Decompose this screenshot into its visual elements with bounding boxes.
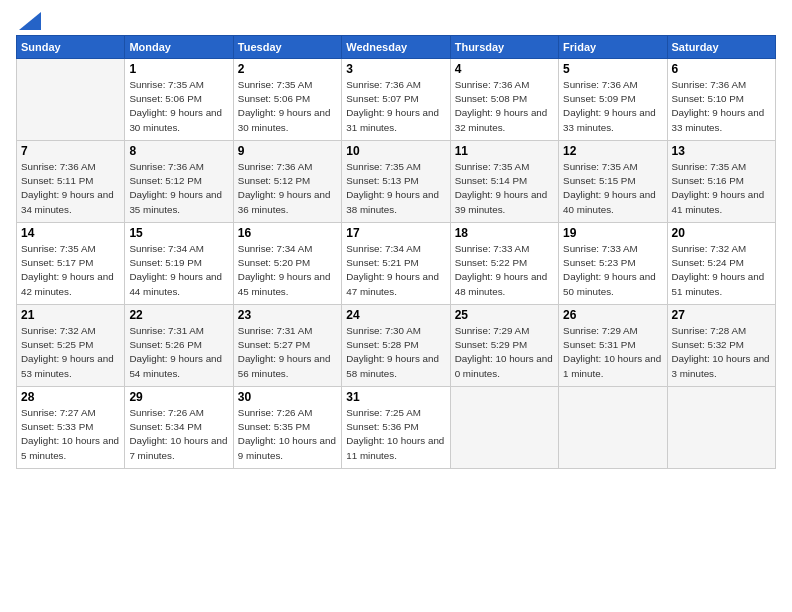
calendar-cell: 4Sunrise: 7:36 AMSunset: 5:08 PMDaylight…: [450, 59, 558, 141]
day-info: Sunrise: 7:36 AMSunset: 5:11 PMDaylight:…: [21, 160, 120, 217]
day-info: Sunrise: 7:26 AMSunset: 5:35 PMDaylight:…: [238, 406, 337, 463]
day-number: 13: [672, 144, 771, 158]
day-info: Sunrise: 7:35 AMSunset: 5:16 PMDaylight:…: [672, 160, 771, 217]
day-number: 18: [455, 226, 554, 240]
day-number: 12: [563, 144, 662, 158]
day-info: Sunrise: 7:25 AMSunset: 5:36 PMDaylight:…: [346, 406, 445, 463]
day-info: Sunrise: 7:35 AMSunset: 5:14 PMDaylight:…: [455, 160, 554, 217]
day-info: Sunrise: 7:35 AMSunset: 5:06 PMDaylight:…: [238, 78, 337, 135]
logo: [16, 12, 41, 27]
calendar-cell: 29Sunrise: 7:26 AMSunset: 5:34 PMDayligh…: [125, 387, 233, 469]
calendar-cell: 19Sunrise: 7:33 AMSunset: 5:23 PMDayligh…: [559, 223, 667, 305]
day-info: Sunrise: 7:35 AMSunset: 5:15 PMDaylight:…: [563, 160, 662, 217]
calendar-cell: 20Sunrise: 7:32 AMSunset: 5:24 PMDayligh…: [667, 223, 775, 305]
calendar-cell: 2Sunrise: 7:35 AMSunset: 5:06 PMDaylight…: [233, 59, 341, 141]
calendar-cell: 1Sunrise: 7:35 AMSunset: 5:06 PMDaylight…: [125, 59, 233, 141]
day-info: Sunrise: 7:36 AMSunset: 5:09 PMDaylight:…: [563, 78, 662, 135]
calendar-cell: 14Sunrise: 7:35 AMSunset: 5:17 PMDayligh…: [17, 223, 125, 305]
day-number: 21: [21, 308, 120, 322]
day-info: Sunrise: 7:36 AMSunset: 5:12 PMDaylight:…: [129, 160, 228, 217]
day-info: Sunrise: 7:36 AMSunset: 5:08 PMDaylight:…: [455, 78, 554, 135]
calendar-cell: [667, 387, 775, 469]
week-row: 1Sunrise: 7:35 AMSunset: 5:06 PMDaylight…: [17, 59, 776, 141]
calendar-cell: [559, 387, 667, 469]
day-number: 28: [21, 390, 120, 404]
calendar-cell: 15Sunrise: 7:34 AMSunset: 5:19 PMDayligh…: [125, 223, 233, 305]
day-number: 1: [129, 62, 228, 76]
day-number: 29: [129, 390, 228, 404]
day-number: 26: [563, 308, 662, 322]
calendar-cell: 16Sunrise: 7:34 AMSunset: 5:20 PMDayligh…: [233, 223, 341, 305]
day-number: 7: [21, 144, 120, 158]
day-info: Sunrise: 7:31 AMSunset: 5:26 PMDaylight:…: [129, 324, 228, 381]
day-number: 30: [238, 390, 337, 404]
day-number: 20: [672, 226, 771, 240]
calendar-cell: 24Sunrise: 7:30 AMSunset: 5:28 PMDayligh…: [342, 305, 450, 387]
calendar-cell: 13Sunrise: 7:35 AMSunset: 5:16 PMDayligh…: [667, 141, 775, 223]
calendar-cell: 26Sunrise: 7:29 AMSunset: 5:31 PMDayligh…: [559, 305, 667, 387]
day-number: 23: [238, 308, 337, 322]
day-number: 17: [346, 226, 445, 240]
calendar-cell: 22Sunrise: 7:31 AMSunset: 5:26 PMDayligh…: [125, 305, 233, 387]
day-number: 22: [129, 308, 228, 322]
week-row: 28Sunrise: 7:27 AMSunset: 5:33 PMDayligh…: [17, 387, 776, 469]
day-header-saturday: Saturday: [667, 36, 775, 59]
day-number: 10: [346, 144, 445, 158]
calendar-cell: 6Sunrise: 7:36 AMSunset: 5:10 PMDaylight…: [667, 59, 775, 141]
week-row: 21Sunrise: 7:32 AMSunset: 5:25 PMDayligh…: [17, 305, 776, 387]
day-info: Sunrise: 7:34 AMSunset: 5:19 PMDaylight:…: [129, 242, 228, 299]
calendar-cell: 21Sunrise: 7:32 AMSunset: 5:25 PMDayligh…: [17, 305, 125, 387]
day-info: Sunrise: 7:27 AMSunset: 5:33 PMDaylight:…: [21, 406, 120, 463]
day-info: Sunrise: 7:32 AMSunset: 5:25 PMDaylight:…: [21, 324, 120, 381]
day-number: 11: [455, 144, 554, 158]
calendar-cell: 17Sunrise: 7:34 AMSunset: 5:21 PMDayligh…: [342, 223, 450, 305]
calendar-cell: 30Sunrise: 7:26 AMSunset: 5:35 PMDayligh…: [233, 387, 341, 469]
calendar-cell: 12Sunrise: 7:35 AMSunset: 5:15 PMDayligh…: [559, 141, 667, 223]
calendar: SundayMondayTuesdayWednesdayThursdayFrid…: [16, 35, 776, 469]
day-info: Sunrise: 7:35 AMSunset: 5:06 PMDaylight:…: [129, 78, 228, 135]
day-header-sunday: Sunday: [17, 36, 125, 59]
logo-icon: [19, 12, 41, 30]
day-number: 19: [563, 226, 662, 240]
day-number: 14: [21, 226, 120, 240]
day-info: Sunrise: 7:33 AMSunset: 5:23 PMDaylight:…: [563, 242, 662, 299]
day-header-tuesday: Tuesday: [233, 36, 341, 59]
calendar-cell: 3Sunrise: 7:36 AMSunset: 5:07 PMDaylight…: [342, 59, 450, 141]
calendar-cell: 8Sunrise: 7:36 AMSunset: 5:12 PMDaylight…: [125, 141, 233, 223]
calendar-cell: [450, 387, 558, 469]
calendar-cell: 7Sunrise: 7:36 AMSunset: 5:11 PMDaylight…: [17, 141, 125, 223]
day-number: 3: [346, 62, 445, 76]
calendar-cell: 27Sunrise: 7:28 AMSunset: 5:32 PMDayligh…: [667, 305, 775, 387]
day-info: Sunrise: 7:29 AMSunset: 5:29 PMDaylight:…: [455, 324, 554, 381]
day-number: 27: [672, 308, 771, 322]
day-info: Sunrise: 7:28 AMSunset: 5:32 PMDaylight:…: [672, 324, 771, 381]
calendar-cell: 31Sunrise: 7:25 AMSunset: 5:36 PMDayligh…: [342, 387, 450, 469]
day-info: Sunrise: 7:29 AMSunset: 5:31 PMDaylight:…: [563, 324, 662, 381]
day-info: Sunrise: 7:34 AMSunset: 5:20 PMDaylight:…: [238, 242, 337, 299]
day-number: 24: [346, 308, 445, 322]
day-header-wednesday: Wednesday: [342, 36, 450, 59]
day-info: Sunrise: 7:33 AMSunset: 5:22 PMDaylight:…: [455, 242, 554, 299]
day-info: Sunrise: 7:32 AMSunset: 5:24 PMDaylight:…: [672, 242, 771, 299]
week-row: 7Sunrise: 7:36 AMSunset: 5:11 PMDaylight…: [17, 141, 776, 223]
day-number: 5: [563, 62, 662, 76]
day-number: 9: [238, 144, 337, 158]
calendar-cell: 9Sunrise: 7:36 AMSunset: 5:12 PMDaylight…: [233, 141, 341, 223]
week-row: 14Sunrise: 7:35 AMSunset: 5:17 PMDayligh…: [17, 223, 776, 305]
day-info: Sunrise: 7:35 AMSunset: 5:17 PMDaylight:…: [21, 242, 120, 299]
day-number: 6: [672, 62, 771, 76]
day-info: Sunrise: 7:36 AMSunset: 5:10 PMDaylight:…: [672, 78, 771, 135]
day-number: 31: [346, 390, 445, 404]
day-header-monday: Monday: [125, 36, 233, 59]
day-info: Sunrise: 7:36 AMSunset: 5:07 PMDaylight:…: [346, 78, 445, 135]
calendar-cell: 18Sunrise: 7:33 AMSunset: 5:22 PMDayligh…: [450, 223, 558, 305]
day-number: 8: [129, 144, 228, 158]
day-info: Sunrise: 7:30 AMSunset: 5:28 PMDaylight:…: [346, 324, 445, 381]
calendar-cell: [17, 59, 125, 141]
day-info: Sunrise: 7:35 AMSunset: 5:13 PMDaylight:…: [346, 160, 445, 217]
calendar-cell: 23Sunrise: 7:31 AMSunset: 5:27 PMDayligh…: [233, 305, 341, 387]
day-number: 2: [238, 62, 337, 76]
calendar-cell: 25Sunrise: 7:29 AMSunset: 5:29 PMDayligh…: [450, 305, 558, 387]
day-info: Sunrise: 7:36 AMSunset: 5:12 PMDaylight:…: [238, 160, 337, 217]
calendar-cell: 28Sunrise: 7:27 AMSunset: 5:33 PMDayligh…: [17, 387, 125, 469]
